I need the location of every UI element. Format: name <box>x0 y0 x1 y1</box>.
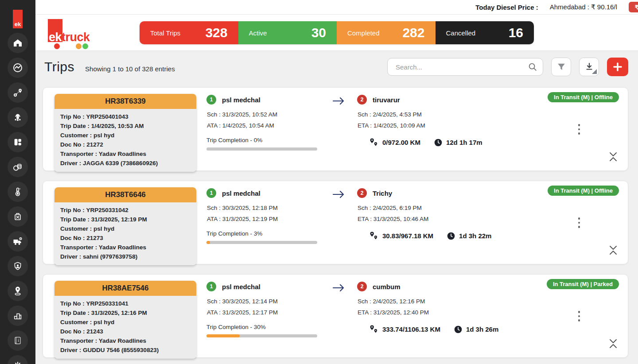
expand-toggle-icon[interactable] <box>608 337 619 351</box>
distance-pins-icon <box>369 231 379 241</box>
home-icon <box>12 38 23 48</box>
trip-completion-label: Trip Completion - 30% <box>206 324 326 330</box>
fold-corner <box>592 69 597 74</box>
customer-row: Customer : psl hyd <box>60 224 191 233</box>
trip-status-badge: In Transit (M) | Parked <box>547 279 619 289</box>
trips-header: Trips Showing 1 to 10 of 328 entries <box>44 58 628 76</box>
main-content: Trips Showing 1 to 10 of 328 entries H <box>35 51 638 364</box>
distance-value: 0/972.00 KM <box>382 139 420 146</box>
trip-metrics: 0/972.00 KM 12d 1h 17m <box>369 137 503 147</box>
stat-active[interactable]: Active 30 <box>238 21 337 44</box>
origin-ata: ATA : 31/3/2025, 12:19 PM <box>207 216 326 222</box>
stat-total-trips[interactable]: Total Trips 328 <box>140 21 238 44</box>
stat-cancelled[interactable]: Cancelled 16 <box>436 21 534 44</box>
origin-sch: Sch : 30/3/2025, 12:18 PM <box>207 205 326 211</box>
shield-user-icon <box>13 261 23 271</box>
sidebar-item-route[interactable] <box>8 82 28 103</box>
stat-completed[interactable]: Completed 282 <box>337 21 436 44</box>
duration-value: 12d 1h 17m <box>446 139 482 146</box>
thermometer-icon <box>12 186 23 197</box>
sidebar-item-gauge[interactable] <box>8 58 28 78</box>
page-title: Trips <box>44 59 74 74</box>
destination-number-badge: 2 <box>357 188 367 198</box>
transporter-row: Transporter : Yadav Roadlines <box>60 149 191 159</box>
sidebar-item-gear[interactable] <box>8 355 28 364</box>
brand-ek-text: ek <box>49 31 62 44</box>
destination-column: 2 tiruvarur Sch : 2/4/2025, 4:53 PM ETA … <box>357 95 503 147</box>
search-icon <box>528 62 537 72</box>
diesel-price-label: Today Diesel Price : <box>475 4 538 11</box>
origin-name: psl medchal <box>222 283 261 290</box>
add-trip-button[interactable] <box>607 58 628 76</box>
transporter-row: Transporter : Yadav Roadlines <box>60 243 191 252</box>
coins-icon <box>12 162 23 172</box>
gauge-icon <box>12 62 23 73</box>
diesel-price-value: Ahmedabad : ₹ 90.16/l <box>550 3 617 11</box>
driver-icon <box>12 112 23 123</box>
origin-name: psl medchal <box>222 96 261 104</box>
trip-card-list: HR38T6339 Trip No : YRP250401043 Trip Da… <box>43 87 628 358</box>
trip-card: HR38AE7546 Trip No : YRP250331041 Trip D… <box>43 274 628 358</box>
trip-completion-label: Trip Completion - 3% <box>206 230 326 237</box>
filter-button[interactable] <box>551 58 571 76</box>
route-arrow-icon <box>332 283 345 295</box>
origin-sch: Sch : 31/3/2025, 10:52 AM <box>207 111 326 118</box>
card-menu-button[interactable] <box>576 309 582 323</box>
vehicle-number: HR38AE7546 <box>54 281 196 296</box>
origin-sch: Sch : 30/3/2025, 12:14 PM <box>207 298 326 305</box>
destination-sch: Sch : 2/4/2025, 12:16 PM <box>358 298 503 305</box>
sidebar: ek <box>0 0 35 364</box>
sidebar-item-bar-chart[interactable] <box>8 306 28 326</box>
sidebar-item-fuel-can[interactable] <box>8 206 28 227</box>
download-button[interactable] <box>579 58 599 76</box>
sidebar-item-coins[interactable] <box>8 157 28 177</box>
doc-no-row: Doc No : 21243 <box>60 327 191 336</box>
vehicle-box: HR38T6339 Trip No : YRP250401043 Trip Da… <box>54 94 196 172</box>
search-input[interactable] <box>396 63 528 71</box>
trip-date-row: Trip Date : 1/4/2025, 10:53 AM <box>60 121 191 131</box>
duration-value: 1d 3h 22m <box>459 232 491 240</box>
trip-no-row: Trip No : YRP250401043 <box>60 112 191 121</box>
expand-toggle-icon[interactable] <box>608 244 619 258</box>
sidebar-item-map-pin[interactable] <box>8 281 28 301</box>
destination-name: tiruvarur <box>373 96 400 104</box>
card-menu-button[interactable] <box>576 122 582 136</box>
doc-no-row: Doc No : 21273 <box>60 233 191 243</box>
origin-name: psl medchal <box>222 190 261 197</box>
diesel-price-button[interactable]: ₹ 0 <box>629 2 638 12</box>
trip-completion-label: Trip Completion - 0% <box>206 137 326 143</box>
trip-status-badge: In Transit (M) | Offline <box>548 92 619 102</box>
entries-count: Showing 1 to 10 of 328 entries <box>85 65 175 73</box>
vehicle-number: HR38T6646 <box>54 187 196 202</box>
route-arrow-icon <box>332 189 345 201</box>
sidebar-item-shield-user[interactable] <box>8 256 28 276</box>
expand-toggle-icon[interactable] <box>608 150 619 164</box>
trip-card: HR38T6339 Trip No : YRP250401043 Trip Da… <box>43 87 628 171</box>
origin-number-badge: 1 <box>206 282 216 291</box>
sidebar-item-thermometer[interactable] <box>8 182 28 202</box>
trip-metrics: 333.74/1106.13 KM 1d 3h 26m <box>369 324 503 334</box>
sidebar-item-truck[interactable] <box>8 231 28 252</box>
brand-dots <box>48 43 114 51</box>
destination-column: 2 Trichy Sch : 2/4/2025, 6:19 PM ETA : 3… <box>357 188 503 241</box>
route-arrow-icon <box>332 96 345 108</box>
sidebar-item-info-book[interactable] <box>8 330 28 351</box>
duration-clock-icon <box>447 232 455 240</box>
search-box <box>387 58 543 76</box>
truck-icon <box>12 236 23 247</box>
panels-icon <box>13 137 23 147</box>
destination-sch: Sch : 2/4/2025, 4:53 PM <box>358 111 503 118</box>
trip-no-row: Trip No : YRP250331041 <box>60 299 191 308</box>
sidebar-item-panels[interactable] <box>8 132 28 152</box>
origin-number-badge: 1 <box>206 95 216 105</box>
sidebar-logo[interactable]: ek <box>13 10 23 28</box>
sidebar-item-home[interactable] <box>8 33 28 53</box>
topbar: Today Diesel Price : Ahmedabad : ₹ 90.16… <box>35 0 638 15</box>
bar-chart-icon <box>13 311 23 321</box>
driver-row: Driver : JAGGA 6339 (7386860926) <box>60 159 191 168</box>
destination-number-badge: 2 <box>357 95 367 105</box>
destination-column: 2 cumbum Sch : 2/4/2025, 12:16 PM ETA : … <box>357 282 503 334</box>
card-menu-button[interactable] <box>576 216 582 230</box>
header-row: ektruck Total Trips 328 Active 30 Comple… <box>35 15 638 51</box>
sidebar-item-driver[interactable] <box>8 107 28 128</box>
